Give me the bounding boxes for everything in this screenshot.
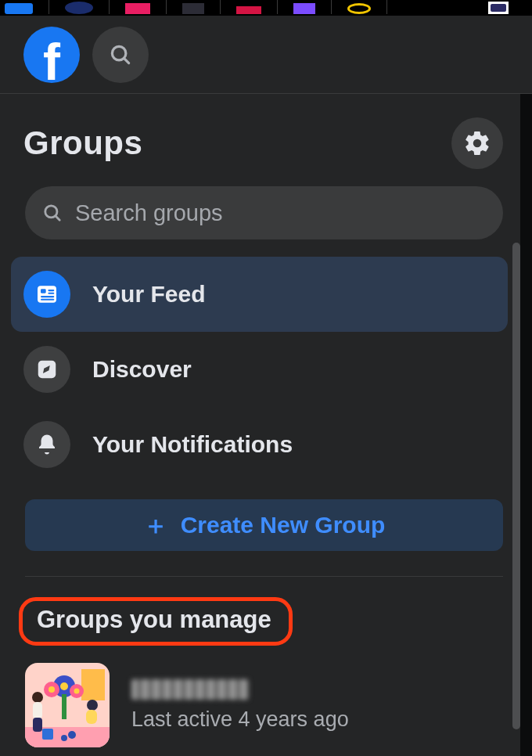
svg-rect-9 (41, 299, 54, 301)
tab-separator (386, 0, 387, 14)
tab-favicon (293, 3, 315, 14)
global-search-button[interactable] (92, 27, 149, 83)
group-thumbnail (25, 663, 110, 747)
feed-icon (23, 271, 70, 318)
group-meta: Last active 4 years ago (131, 679, 349, 732)
search-icon (109, 43, 132, 67)
search-groups-field[interactable] (25, 186, 503, 239)
nav-discover[interactable]: Discover (11, 332, 508, 407)
section-title: Groups you manage (37, 606, 271, 633)
svg-point-20 (74, 689, 80, 694)
tab-favicon (5, 3, 33, 14)
annotation-highlight: Groups you manage (19, 597, 293, 646)
bell-icon (23, 421, 70, 468)
nav-notifications[interactable]: Your Notifications (11, 407, 508, 482)
svg-point-22 (32, 692, 43, 703)
settings-button[interactable] (451, 117, 503, 169)
tab-favicon (125, 3, 150, 14)
group-thumbnail-illustration (25, 663, 110, 747)
sidebar-heading-row: Groups (11, 94, 508, 183)
nav-label: Your Notifications (92, 431, 293, 458)
tab-separator (331, 0, 332, 14)
svg-point-29 (61, 735, 67, 741)
compass-icon (35, 358, 59, 381)
bell-icon-svg (35, 433, 59, 456)
scrollbar[interactable] (512, 243, 520, 756)
svg-rect-21 (62, 694, 66, 719)
search-icon (42, 203, 63, 223)
plus-icon: ＋ (143, 513, 168, 538)
search-groups-input[interactable] (74, 200, 486, 227)
svg-point-25 (87, 700, 98, 711)
divider (25, 576, 503, 577)
page-title: Groups (23, 124, 142, 162)
svg-line-3 (56, 216, 59, 220)
nav-label: Discover (92, 356, 192, 383)
tab-separator (109, 0, 110, 14)
group-name-redacted (131, 679, 249, 700)
browser-tab-strip (0, 0, 532, 16)
nav-your-feed[interactable]: Your Feed (11, 257, 508, 332)
svg-rect-26 (86, 710, 97, 724)
svg-point-28 (68, 731, 76, 739)
scrollbar-thumb[interactable] (512, 243, 520, 729)
svg-point-19 (49, 686, 55, 693)
svg-rect-5 (41, 289, 46, 293)
gear-icon (463, 129, 491, 157)
svg-rect-6 (48, 290, 54, 291)
svg-rect-24 (33, 718, 42, 732)
svg-rect-8 (41, 296, 54, 297)
svg-point-18 (60, 682, 68, 690)
discover-icon (23, 346, 70, 393)
tab-separator (49, 0, 49, 14)
svg-rect-14 (81, 669, 105, 700)
facebook-logo[interactable]: f (23, 27, 80, 83)
svg-rect-27 (42, 729, 53, 740)
newspaper-icon (34, 282, 59, 307)
nav-label: Your Feed (92, 281, 205, 308)
svg-line-1 (124, 58, 128, 63)
tab-favicon (347, 3, 371, 14)
facebook-logo-letter: f (43, 36, 60, 83)
app-header: f (0, 16, 532, 94)
tab-favicon (182, 3, 204, 14)
create-group-label: Create New Group (181, 512, 386, 538)
tab-separator (277, 0, 278, 14)
svg-rect-7 (48, 293, 54, 294)
create-group-button[interactable]: ＋ Create New Group (25, 499, 503, 551)
tab-separator (220, 0, 221, 14)
tab-favicon (488, 2, 509, 14)
tab-separator (166, 0, 167, 14)
managed-group-item[interactable]: Last active 4 years ago (11, 646, 508, 756)
group-last-active: Last active 4 years ago (131, 707, 349, 732)
groups-sidebar: Groups (0, 94, 520, 756)
tab-favicon (65, 2, 93, 14)
tab-favicon (236, 6, 261, 14)
svg-rect-23 (33, 702, 42, 719)
